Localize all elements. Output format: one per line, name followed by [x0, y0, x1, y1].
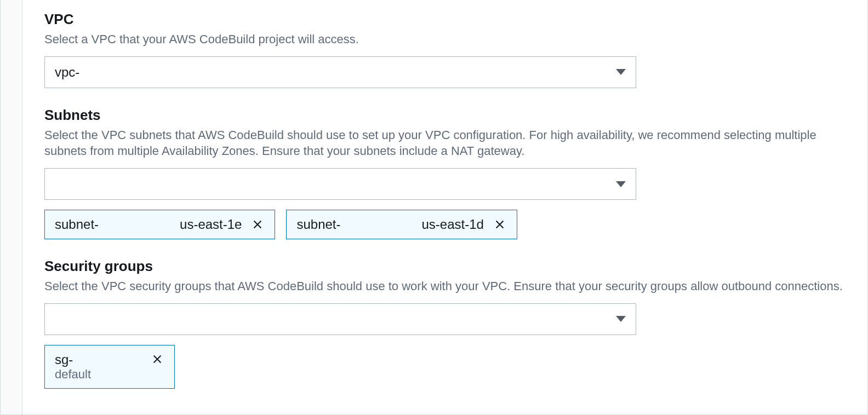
remove-subnet-button[interactable]	[492, 218, 508, 230]
security-groups-section: Security groups Select the VPC security …	[44, 258, 846, 389]
remove-subnet-button[interactable]	[249, 218, 266, 230]
close-icon	[252, 218, 264, 230]
security-group-chip-sub: default	[55, 367, 91, 382]
chevron-down-icon	[616, 69, 626, 75]
subnet-chips: subnet- us-east-1e subnet- us-east-1d	[44, 210, 846, 239]
subnet-chip-id: subnet-	[296, 217, 340, 232]
security-groups-description: Select the VPC security groups that AWS …	[44, 278, 846, 295]
subnet-chip-zone: us-east-1e	[180, 217, 242, 232]
vpc-dropdown[interactable]: vpc-	[44, 56, 636, 88]
security-group-chip: sg- default	[44, 345, 175, 389]
vpc-section: VPC Select a VPC that your AWS CodeBuild…	[44, 11, 846, 88]
chip-texts: sg- default	[55, 352, 91, 382]
subnets-dropdown[interactable]	[44, 168, 636, 200]
security-group-chip-id: sg-	[55, 352, 91, 367]
subnet-chip-zone: us-east-1d	[422, 217, 484, 232]
subnets-section: Subnets Select the VPC subnets that AWS …	[44, 107, 846, 239]
left-rail	[1, 0, 22, 414]
security-group-chips: sg- default	[44, 345, 846, 389]
security-groups-dropdown[interactable]	[44, 303, 636, 335]
vpc-dropdown-value: vpc-	[55, 65, 79, 80]
page-root: VPC Select a VPC that your AWS CodeBuild…	[0, 0, 868, 415]
vpc-title: VPC	[44, 11, 846, 28]
subnets-description: Select the VPC subnets that AWS CodeBuil…	[44, 127, 846, 159]
security-groups-title: Security groups	[44, 258, 846, 275]
subnet-chip: subnet- us-east-1e	[44, 210, 275, 239]
chevron-down-icon	[616, 181, 626, 187]
close-icon	[151, 353, 163, 365]
remove-security-group-button[interactable]	[149, 353, 165, 365]
close-icon	[494, 218, 506, 230]
vpc-description: Select a VPC that your AWS CodeBuild pro…	[44, 31, 846, 48]
form-content: VPC Select a VPC that your AWS CodeBuild…	[22, 0, 867, 414]
subnet-chip: subnet- us-east-1d	[286, 210, 517, 239]
chevron-down-icon	[616, 316, 626, 322]
subnet-chip-id: subnet-	[55, 217, 99, 232]
subnets-title: Subnets	[44, 107, 846, 124]
